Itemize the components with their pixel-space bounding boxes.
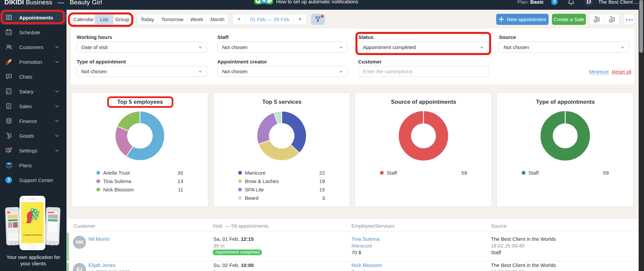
svg-text:САЛОН КРАСОТЫ: САЛОН КРАСОТЫ <box>23 234 42 236</box>
